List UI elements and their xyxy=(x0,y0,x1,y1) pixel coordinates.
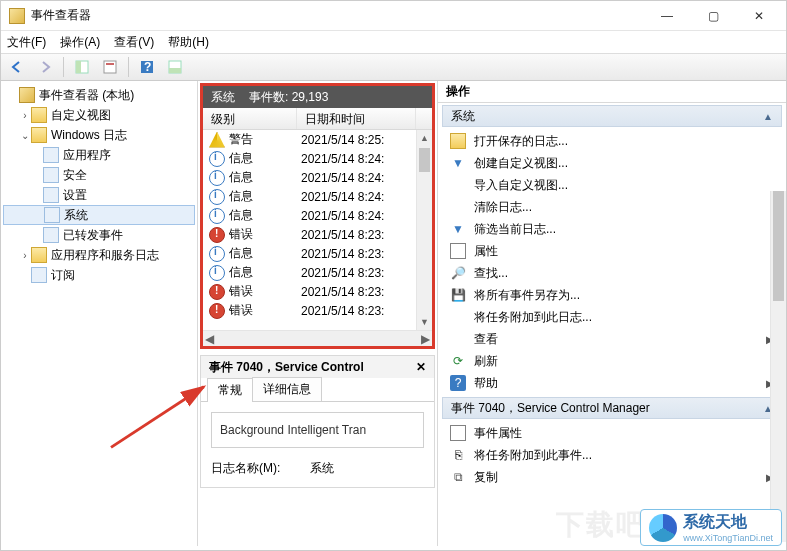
svg-rect-2 xyxy=(104,61,116,73)
cell-datetime: 2021/5/14 8:23: xyxy=(301,285,432,299)
detail-title: 事件 7040，Service Control xyxy=(209,359,364,376)
cell-datetime: 2021/5/14 8:23: xyxy=(301,247,432,261)
scrollbar-horizontal[interactable]: ◀▶ xyxy=(203,330,432,346)
menubar: 文件(F) 操作(A) 查看(V) 帮助(H) xyxy=(1,31,786,53)
grid-body[interactable]: 警告2021/5/14 8:25:信息2021/5/14 8:24:信息2021… xyxy=(203,130,432,330)
table-row[interactable]: 警告2021/5/14 8:25: xyxy=(203,130,432,149)
tree-system[interactable]: 系统 xyxy=(3,205,195,225)
scrollbar-vertical[interactable] xyxy=(770,191,786,542)
tree-label: 已转发事件 xyxy=(63,227,123,244)
show-tree-button[interactable] xyxy=(70,56,94,78)
table-row[interactable]: 信息2021/5/14 8:23: xyxy=(203,244,432,263)
svg-rect-7 xyxy=(169,68,181,73)
cell-level: 错误 xyxy=(229,283,301,300)
table-row[interactable]: 错误2021/5/14 8:23: xyxy=(203,301,432,320)
menu-help[interactable]: 帮助(H) xyxy=(168,34,209,51)
detail-header: 事件 7040，Service Control ✕ xyxy=(201,356,434,378)
tree-windows-logs[interactable]: ⌄Windows 日志 xyxy=(3,125,195,145)
preview-button[interactable] xyxy=(163,56,187,78)
table-row[interactable]: 错误2021/5/14 8:23: xyxy=(203,225,432,244)
svg-rect-1 xyxy=(76,61,81,73)
back-button[interactable] xyxy=(5,56,29,78)
action-attach-task-event[interactable]: ⎘将任务附加到此事件... xyxy=(444,444,780,466)
error-icon xyxy=(209,227,225,243)
warn-icon xyxy=(209,132,225,148)
tree-forwarded[interactable]: 已转发事件 xyxy=(3,225,195,245)
tree-label: 系统 xyxy=(64,207,88,224)
tree-label: 应用程序和服务日志 xyxy=(51,247,159,264)
window-title: 事件查看器 xyxy=(31,7,644,24)
action-copy[interactable]: ⧉复制▶ xyxy=(444,466,780,488)
svg-text:?: ? xyxy=(144,60,151,74)
detail-pane: 事件 7040，Service Control ✕ 常规 详细信息 Backgr… xyxy=(200,355,435,488)
toolbar: ? xyxy=(1,53,786,81)
tree-custom-views[interactable]: ›自定义视图 xyxy=(3,105,195,125)
tab-general[interactable]: 常规 xyxy=(207,378,253,402)
tree-label: 订阅 xyxy=(51,267,75,284)
find-icon: 🔎 xyxy=(450,265,466,281)
action-attach-task-log[interactable]: 将任务附加到此日志... xyxy=(444,306,780,328)
close-button[interactable]: ✕ xyxy=(736,1,782,31)
column-datetime[interactable]: 日期和时间 xyxy=(297,108,416,129)
menu-action[interactable]: 操作(A) xyxy=(60,34,100,51)
action-view[interactable]: 查看▶ xyxy=(444,328,780,350)
action-save-all-events[interactable]: 💾将所有事件另存为... xyxy=(444,284,780,306)
action-open-saved-log[interactable]: 打开保存的日志... xyxy=(444,130,780,152)
action-pane-title: 操作 xyxy=(438,81,786,103)
tree-security[interactable]: 安全 xyxy=(3,165,195,185)
tree-label: 安全 xyxy=(63,167,87,184)
column-level[interactable]: 级别 xyxy=(203,108,297,129)
action-find[interactable]: 🔎查找... xyxy=(444,262,780,284)
info-icon xyxy=(209,208,225,224)
forward-button[interactable] xyxy=(33,56,57,78)
refresh-icon: ⟳ xyxy=(450,353,466,369)
center-pane: 系统 事件数: 29,193 级别 日期和时间 警告2021/5/14 8:25… xyxy=(198,81,438,546)
scroll-thumb[interactable] xyxy=(419,148,430,172)
scrollbar-vertical[interactable]: ▲▼ xyxy=(416,130,432,330)
help-button[interactable]: ? xyxy=(135,56,159,78)
table-row[interactable]: 信息2021/5/14 8:24: xyxy=(203,149,432,168)
tree-subscriptions[interactable]: 订阅 xyxy=(3,265,195,285)
maximize-button[interactable]: ▢ xyxy=(690,1,736,31)
menu-view[interactable]: 查看(V) xyxy=(114,34,154,51)
action-create-custom-view[interactable]: ▼创建自定义视图... xyxy=(444,152,780,174)
tree-setup[interactable]: 设置 xyxy=(3,185,195,205)
action-event-properties[interactable]: 事件属性 xyxy=(444,422,780,444)
cell-datetime: 2021/5/14 8:23: xyxy=(301,304,432,318)
table-row[interactable]: 信息2021/5/14 8:23: xyxy=(203,263,432,282)
error-icon xyxy=(209,284,225,300)
action-refresh[interactable]: ⟳刷新 xyxy=(444,350,780,372)
tree-root[interactable]: 事件查看器 (本地) xyxy=(3,85,195,105)
action-clear-log[interactable]: 清除日志... xyxy=(444,196,780,218)
table-row[interactable]: 信息2021/5/14 8:24: xyxy=(203,206,432,225)
table-row[interactable]: 信息2021/5/14 8:24: xyxy=(203,168,432,187)
properties-button[interactable] xyxy=(98,56,122,78)
cell-datetime: 2021/5/14 8:24: xyxy=(301,209,432,223)
action-help[interactable]: ?帮助▶ xyxy=(444,372,780,394)
action-group-system[interactable]: 系统▲ xyxy=(442,105,782,127)
cell-level: 信息 xyxy=(229,264,301,281)
cell-datetime: 2021/5/14 8:24: xyxy=(301,171,432,185)
action-properties[interactable]: 属性 xyxy=(444,240,780,262)
scroll-thumb[interactable] xyxy=(773,191,784,301)
cell-datetime: 2021/5/14 8:23: xyxy=(301,266,432,280)
svg-rect-3 xyxy=(106,63,114,65)
error-icon xyxy=(209,303,225,319)
table-row[interactable]: 信息2021/5/14 8:24: xyxy=(203,187,432,206)
close-icon[interactable]: ✕ xyxy=(416,360,426,374)
tab-details[interactable]: 详细信息 xyxy=(252,377,322,401)
table-row[interactable]: 错误2021/5/14 8:23: xyxy=(203,282,432,301)
tree-application[interactable]: 应用程序 xyxy=(3,145,195,165)
watermark-url: www.XiTongTianDi.net xyxy=(683,533,773,543)
action-group-event[interactable]: 事件 7040，Service Control Manager▲ xyxy=(442,397,782,419)
action-filter-log[interactable]: ▼筛选当前日志... xyxy=(444,218,780,240)
tree-label: 设置 xyxy=(63,187,87,204)
menu-file[interactable]: 文件(F) xyxy=(7,34,46,51)
action-import-custom-view[interactable]: 导入自定义视图... xyxy=(444,174,780,196)
tree-label: 自定义视图 xyxy=(51,107,111,124)
tree-root-label: 事件查看器 (本地) xyxy=(39,87,134,104)
cell-level: 信息 xyxy=(229,207,301,224)
minimize-button[interactable]: — xyxy=(644,1,690,31)
tree-app-services[interactable]: ›应用程序和服务日志 xyxy=(3,245,195,265)
app-icon xyxy=(9,8,25,24)
